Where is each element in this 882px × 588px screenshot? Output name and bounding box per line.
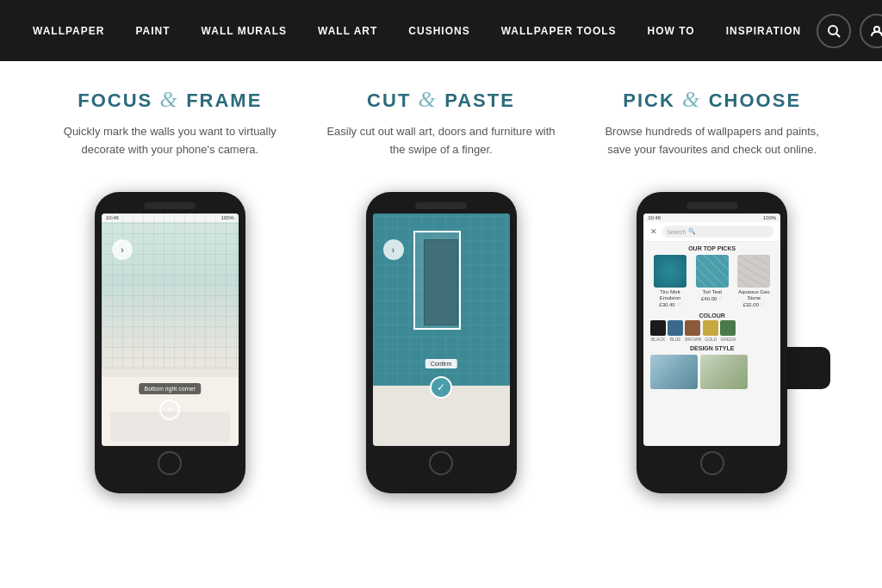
colour-label-black: BLACK: [650, 337, 666, 342]
feature-1-ampersand: &: [159, 87, 186, 112]
navigation: WALLPAPER PAINT WALL MURALS WALL ART CUS…: [0, 0, 882, 61]
search-placeholder: Search: [667, 229, 686, 235]
product-2-name: Tori Teal: [693, 289, 732, 295]
colour-swatch-blue: [668, 320, 683, 336]
phone-3: 10:46 100% ✕ Search 🔍 OUR TOP PI: [637, 192, 787, 493]
product-2-heart[interactable]: ♡: [718, 295, 723, 301]
product-1-heart[interactable]: ♡: [677, 301, 681, 307]
product-1-name: Tiru Mott Emulsion: [650, 289, 690, 301]
svg-line-1: [836, 34, 840, 37]
colour-black[interactable]: BLACK: [650, 320, 666, 342]
screen-3-colour-title: COLOUR: [643, 309, 780, 320]
feature-pick-choose: PICK & CHOOSE Browse hundreds of wallpap…: [576, 87, 848, 493]
screen-1-grid-overlay: [102, 214, 239, 368]
product-2-image: [696, 255, 729, 288]
nav-item-paint[interactable]: PAINT: [120, 25, 185, 37]
feature-3-title: PICK & CHOOSE: [593, 87, 830, 113]
feature-2-title: CUT & PASTE: [323, 87, 560, 113]
screen-2-selection: [413, 231, 461, 330]
feature-3-title-part2: CHOOSE: [709, 90, 801, 111]
phone-2-wrapper: 10:46 100% › Confirm ✓: [323, 192, 560, 493]
screen-3-product-2: Tori Teal £40.00 ♡: [693, 255, 732, 307]
nav-item-wall-art[interactable]: WALL ART: [302, 25, 393, 37]
nav-item-wallpaper-tools[interactable]: WALLPAPER TOOLS: [486, 25, 632, 37]
search-icon: [827, 24, 841, 38]
product-3-price: £32.00 ♡: [735, 301, 774, 307]
feature-2-desc: Easily cut out wall art, doors and furni…: [323, 123, 560, 175]
product-3-name: Aqueous Geo Stone: [735, 289, 774, 301]
feature-1-title: FOCUS & FRAME: [52, 87, 289, 113]
screen-3-close-icon: ✕: [650, 227, 657, 236]
colour-swatch-gold: [703, 320, 718, 336]
phone-3-notch: [686, 202, 738, 209]
screen-1-corner-label: Bottom right corner: [140, 383, 202, 394]
product-3-heart[interactable]: ♡: [761, 301, 765, 307]
nav-item-wallpaper[interactable]: WALLPAPER: [17, 25, 120, 37]
design-thumb-2[interactable]: [700, 355, 748, 389]
feature-3-ampersand: &: [682, 87, 709, 112]
colour-swatch-black: [650, 320, 666, 336]
screen-1-crosshair: +: [159, 399, 180, 420]
screen-1-arrow-icon: ›: [112, 239, 133, 260]
phone-1-notch: [144, 202, 196, 209]
screen-3-design-thumbs: [643, 353, 780, 391]
phone-1-home-btn[interactable]: [158, 451, 182, 475]
screen-2-check: ✓: [430, 376, 452, 399]
feature-cut-paste: CUT & PASTE Easily cut out wall art, doo…: [306, 87, 577, 493]
product-2-price: £40.00 ♡: [693, 295, 732, 301]
phone-1: 10:46 100% › Bottom right corner +: [95, 192, 245, 493]
phone-3-wrapper: 10:46 100% ✕ Search 🔍 OUR TOP PI: [593, 192, 830, 493]
screen-3-design-title: DESIGN STYLE: [643, 342, 780, 353]
phone-2-notch: [415, 202, 467, 209]
colour-swatch-green: [720, 320, 736, 336]
phone-2-home-btn[interactable]: [429, 451, 453, 475]
nav-icons: [817, 14, 882, 48]
colour-green[interactable]: GREEN: [720, 320, 736, 342]
feature-focus-frame: FOCUS & FRAME Quickly mark the walls you…: [34, 87, 306, 493]
feature-1-title-part2: FRAME: [186, 90, 262, 111]
feature-2-ampersand: &: [418, 87, 444, 112]
screen-3-search-icon: 🔍: [688, 228, 696, 235]
feature-3-desc: Browse hundreds of wallpapers and paints…: [593, 123, 830, 175]
svg-point-0: [829, 26, 837, 34]
nav-item-cushions[interactable]: CUSHIONS: [393, 25, 485, 37]
screen-3-product-3: Aqueous Geo Stone £32.00 ♡: [735, 255, 774, 307]
features-grid: FOCUS & FRAME Quickly mark the walls you…: [34, 87, 848, 493]
colour-label-brown: BROWN: [685, 337, 701, 342]
feature-3-title-part1: PICK: [623, 90, 675, 111]
phone-3-screen: 10:46 100% ✕ Search 🔍 OUR TOP PI: [643, 214, 780, 446]
phone-2: 10:46 100% › Confirm ✓: [366, 192, 517, 493]
screen-3-colours: BLACK BLUE BROWN: [643, 320, 780, 342]
nav-item-how-to[interactable]: HOW TO: [632, 25, 711, 37]
feature-1-title-part1: FOCUS: [78, 90, 152, 111]
search-button[interactable]: [817, 14, 851, 48]
feature-2-title-part1: CUT: [367, 90, 411, 111]
colour-swatch-brown: [685, 320, 700, 336]
colour-label-green: GREEN: [720, 337, 736, 342]
user-icon: [870, 24, 882, 38]
phone-1-wrapper: 10:46 100% › Bottom right corner +: [52, 192, 289, 493]
colour-label-gold: GOLD: [703, 337, 718, 342]
screen-2-arrow: ›: [383, 239, 404, 260]
product-3-image: [737, 255, 770, 288]
product-1-image: [654, 255, 686, 288]
screen-3-products: Tiru Mott Emulsion £30.40 ♡ Tori Teal: [643, 253, 780, 309]
screen-3-top-picks-title: OUR TOP PICKS: [643, 242, 780, 253]
nav-item-wall-murals[interactable]: WALL MURALS: [186, 25, 302, 37]
phone-1-screen: 10:46 100% › Bottom right corner +: [102, 214, 239, 446]
screen-3-header: ✕ Search 🔍: [643, 222, 780, 242]
design-thumb-1[interactable]: [650, 355, 698, 389]
screen-3-search-bar: Search 🔍: [662, 226, 773, 238]
user-button[interactable]: [860, 14, 882, 48]
screen-2-confirm-label: Confirm: [425, 359, 457, 368]
screen-3-product-1: Tiru Mott Emulsion £30.40 ♡: [650, 255, 690, 307]
nav-links: WALLPAPER PAINT WALL MURALS WALL ART CUS…: [17, 25, 817, 37]
colour-label-blue: BLUE: [668, 337, 683, 342]
colour-blue[interactable]: BLUE: [668, 320, 683, 342]
main-content: FOCUS & FRAME Quickly mark the walls you…: [0, 61, 882, 406]
phone-3-home-btn[interactable]: [700, 451, 724, 475]
colour-gold[interactable]: GOLD: [703, 320, 718, 342]
nav-item-inspiration[interactable]: INSPIRATION: [711, 25, 817, 37]
feature-2-title-part2: PASTE: [444, 90, 515, 111]
colour-brown[interactable]: BROWN: [685, 320, 701, 342]
